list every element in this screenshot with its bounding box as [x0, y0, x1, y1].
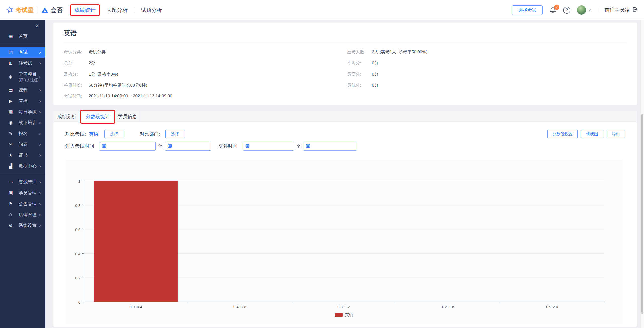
sidebar-item[interactable]: ✎报名›: [0, 128, 45, 139]
detail-row: 及格分:1分 (及格率0%): [64, 69, 347, 80]
detail-value: 2分: [89, 60, 95, 66]
chart-plot-area: 00.20.40.60.81: [84, 181, 604, 302]
sidebar-item[interactable]: ◉线下培训›: [0, 117, 45, 128]
sidebar-item-label: 课程: [19, 87, 39, 93]
compare-dept-label: 对比部门:: [140, 131, 160, 137]
settings-icon: ⚙: [8, 223, 14, 228]
stats-tab-2[interactable]: 分数段统计: [80, 111, 115, 122]
user-menu[interactable]: ∨: [577, 5, 591, 15]
certificate-icon: ★: [8, 152, 14, 158]
submit-time-start-input[interactable]: [243, 142, 294, 151]
notification-bell-icon[interactable]: 7: [549, 6, 557, 14]
chevron-right-icon: ›: [39, 201, 41, 207]
sidebar-item-label: 首页: [19, 33, 41, 39]
sidebar-item-label: 系统设置: [19, 222, 39, 228]
detail-value: 2人 (实考1人 ,参考率50.00%): [372, 49, 427, 55]
sidebar-item[interactable]: ▦首页: [0, 31, 45, 42]
sidebar-item[interactable]: ⊞轻考试›: [0, 58, 45, 69]
scrollbar-thumb[interactable]: [641, 114, 643, 314]
sidebar-item[interactable]: ▟数据中心›: [0, 160, 45, 171]
select-compare-dept-button[interactable]: 选择: [165, 130, 185, 138]
daily-practice-icon: ▧: [8, 109, 14, 115]
action-button-3[interactable]: 导出: [607, 130, 625, 138]
help-icon[interactable]: ?: [563, 7, 570, 14]
y-axis-tick: [82, 278, 84, 278]
live-icon: ▶: [8, 98, 14, 104]
sidebar-item-text: 考试: [19, 49, 39, 55]
exam-summary-card: 英语 考试分类:考试分类总分:2分及格分:1分 (及格率0%)答题时长:60分钟…: [53, 23, 637, 105]
sidebar-item[interactable]: ▤课程›: [0, 85, 45, 95]
exit-icon: [632, 6, 638, 14]
submit-time-end-input[interactable]: [303, 142, 357, 151]
stats-tab-1[interactable]: 成绩分析: [53, 111, 80, 122]
sidebar-item[interactable]: ⚑公告管理›: [0, 198, 45, 209]
sidebar-item-label: 店铺管理: [19, 212, 39, 218]
select-compare-exam-button[interactable]: 选择: [104, 130, 124, 138]
legend-label: 英语: [345, 312, 353, 318]
time-filter-row: 进入考试时间至交卷时间至: [65, 142, 625, 151]
sidebar-item-text: 问卷: [19, 141, 39, 147]
sidebar-item-text: 直播: [19, 98, 39, 104]
brand-secondary: 会否: [51, 6, 63, 14]
y-axis-tick-label: 1: [78, 179, 80, 183]
collapse-icon[interactable]: «: [35, 22, 39, 29]
x-axis-tick: [396, 302, 396, 304]
bar-0.0~0.4: [94, 181, 178, 302]
sidebar-item-text: 系统设置: [19, 222, 39, 228]
sidebar-item-text: 学员管理: [19, 190, 39, 196]
top-tab-3[interactable]: 试题分析: [141, 7, 162, 14]
sidebar-item[interactable]: ☑考试›: [0, 47, 45, 58]
statistics-card: 成绩分析分数段统计学员信息 对比考试: 英语 选择 对比部门: 选择 分数段设置…: [53, 111, 637, 327]
page-title: 英语: [64, 23, 626, 38]
top-tab-1[interactable]: 成绩统计: [70, 4, 100, 16]
stats-tab-3[interactable]: 学员信息: [115, 111, 140, 122]
chevron-right-icon: ›: [39, 212, 41, 217]
chevron-right-icon: ›: [39, 152, 41, 158]
logo: 考试星 会否: [6, 6, 63, 14]
sidebar-item-text: 店铺管理: [19, 212, 39, 218]
entry-time-end-input[interactable]: [165, 142, 211, 151]
sidebar-item-text: 公告管理: [19, 201, 39, 207]
detail-row: 答题时长:60分钟 (平均答题时长60分0秒): [64, 80, 347, 91]
sidebar-item[interactable]: ▣学员管理›: [0, 187, 45, 198]
sidebar-item[interactable]: ✉问卷›: [0, 139, 45, 150]
sidebar-item[interactable]: ▶直播›: [0, 95, 45, 106]
sidebar-item-text: 证书: [19, 152, 39, 158]
stats-tab-label: 学员信息: [118, 113, 137, 120]
sidebar-item[interactable]: ⚙系统设置›: [0, 220, 45, 231]
home-icon: ▦: [8, 34, 14, 39]
chevron-right-icon: ›: [39, 120, 41, 125]
sidebar-item[interactable]: ⌂店铺管理›: [0, 209, 45, 220]
sidebar-item[interactable]: ▧每日学练›: [0, 106, 45, 117]
action-button-1[interactable]: 分数段设置: [547, 130, 578, 138]
detail-row: 应考人数:2人 (实考1人 ,参考率50.00%): [347, 46, 427, 57]
detail-row: 考试分类:考试分类: [64, 46, 347, 57]
x-axis-category-label: 0.4~0.8: [188, 305, 292, 309]
student-portal-label: 前往学员端: [605, 7, 630, 13]
range-separator: 至: [296, 143, 301, 149]
learning-project-icon: ◈: [8, 74, 14, 79]
filters: 对比考试: 英语 选择 对比部门: 选择 分数段设置饼状图导出 进入考试时间至交…: [53, 122, 637, 151]
sidebar-item[interactable]: ▭资源管理›: [0, 177, 45, 187]
topbar-right: 选择考试 7 ? ∨ 前往学员端: [512, 5, 638, 15]
select-exam-button[interactable]: 选择考试: [512, 5, 543, 15]
sidebar-item[interactable]: ★证书›: [0, 150, 45, 160]
y-axis-tick: [82, 302, 84, 302]
student-portal-link[interactable]: 前往学员端: [605, 6, 638, 14]
y-axis-tick: [82, 181, 84, 181]
y-axis-tick-label: 0.2: [75, 276, 80, 280]
action-button-2[interactable]: 饼状图: [581, 130, 603, 138]
announcement-icon: ⚑: [8, 201, 14, 207]
top-tab-2[interactable]: 大题分析: [106, 7, 128, 14]
sidebar-item[interactable]: ◈学习项目(原任务流程)›: [0, 69, 45, 85]
legend-item[interactable]: 英语: [335, 312, 353, 318]
entry-time-start-input[interactable]: [99, 142, 156, 151]
sidebar-collapse-row: «: [0, 20, 45, 31]
x-axis-tick: [188, 302, 188, 304]
page-scrollbar: [640, 0, 644, 328]
sidebar-item-text: 数据中心: [19, 163, 39, 169]
x-axis-tick: [292, 302, 292, 304]
top-nav-divider: [134, 7, 134, 13]
survey-icon: ✉: [8, 142, 14, 147]
detail-row: 总分:2分: [64, 57, 347, 69]
